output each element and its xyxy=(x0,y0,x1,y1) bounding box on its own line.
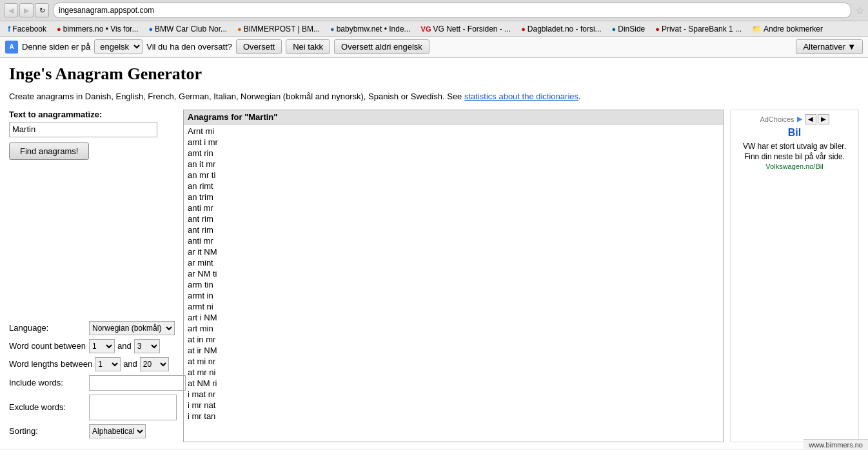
bookmark-bimmers[interactable]: ● bimmers.no • Vis for... xyxy=(53,23,142,35)
list-item: ant rim xyxy=(186,224,720,235)
nav-buttons: ◀ ▶ ↻ xyxy=(4,3,49,17)
word-count-and: and xyxy=(117,341,132,351)
ad-panel: AdChoices ▶ ◀ ▶ Bil VW har et stort utva… xyxy=(730,110,859,442)
bookmark-dagbladet[interactable]: ● Dagbladet.no - forsi... xyxy=(517,23,605,35)
text-label: Text to anagrammatize: xyxy=(9,110,177,119)
ad-link[interactable]: Volkswagen.no/Bil xyxy=(735,162,854,170)
bookmark-label: babybmw.net • Inde... xyxy=(337,24,411,34)
list-item: i mr nat xyxy=(186,400,720,411)
no-thanks-button[interactable]: Nei takk xyxy=(286,39,330,54)
word-lengths-min-select[interactable]: 123 xyxy=(95,357,121,371)
never-translate-button[interactable]: Oversett aldri engelsk xyxy=(334,39,429,54)
bookmark-label: Dagbladet.no - forsi... xyxy=(528,24,602,34)
ad-prev-button[interactable]: ◀ xyxy=(805,114,816,124)
include-words-row: Include words: xyxy=(9,375,177,391)
bookmark-label: VG Nett - Forsiden - ... xyxy=(433,24,511,34)
word-lengths-row: Word lengths between 123 and 102030 xyxy=(9,357,177,371)
list-item: an it mr xyxy=(186,159,720,170)
exclude-words-row: Exclude words: xyxy=(9,395,177,420)
form-panel: Text to anagrammatize: Find anagrams! La… xyxy=(9,110,177,442)
refresh-button[interactable]: ↻ xyxy=(35,3,49,17)
bookmark-dinside[interactable]: ● DinSide xyxy=(608,23,649,35)
results-container: Arnt miamt i mramt rinan it mran mr tian… xyxy=(184,124,723,421)
list-item: at mi nr xyxy=(186,356,720,367)
list-item: an mr ti xyxy=(186,170,720,181)
word-count-min-select[interactable]: 12345 xyxy=(89,339,115,353)
list-item: i mr tan xyxy=(186,411,720,421)
status-bar: www.bimmers.no xyxy=(804,439,868,449)
word-count-row: Word count between 12345 and 12345 xyxy=(9,339,177,353)
dagbladet-icon: ● xyxy=(521,25,526,33)
language-select[interactable]: engelsk xyxy=(94,39,143,54)
ad-choices-label: AdChoices xyxy=(760,115,794,123)
word-count-label: Word count between xyxy=(9,341,86,351)
bookmark-label: bimmers.no • Vis for... xyxy=(63,24,139,34)
bookmark-star-icon[interactable]: ☆ xyxy=(855,5,864,17)
list-item: an trim xyxy=(186,191,720,202)
ad-nav: ◀ ▶ xyxy=(805,114,829,124)
exclude-words-input[interactable] xyxy=(89,395,177,420)
results-list[interactable]: Arnt miamt i mramt rinan it mran mr tian… xyxy=(184,124,723,421)
page-description: Create anagrams in Danish, English, Fren… xyxy=(9,90,859,103)
ad-choices-icon: ▶ xyxy=(797,115,802,123)
sorting-row: Sorting: Alphabetical xyxy=(9,424,177,438)
translation-options[interactable]: Alternativer ▼ xyxy=(796,39,863,54)
word-lengths-max-select[interactable]: 102030 xyxy=(140,357,169,371)
folder-icon: 📁 xyxy=(752,24,762,34)
results-panel: Anagrams for "Martin" Arnt miamt i mramt… xyxy=(183,110,724,442)
exclude-label: Exclude words: xyxy=(9,402,86,412)
word-lengths-and: and xyxy=(123,359,137,369)
bookmark-facebook[interactable]: f Facebook xyxy=(4,23,50,35)
browser-toolbar: ◀ ▶ ↻ ingesanagram.appspot.com ☆ xyxy=(0,0,868,21)
word-count-max-select[interactable]: 12345 xyxy=(134,339,160,353)
list-item: at mr ni xyxy=(186,367,720,378)
results-header: Anagrams for "Martin" xyxy=(184,110,723,124)
list-item: i mat nr xyxy=(186,389,720,400)
back-button[interactable]: ◀ xyxy=(4,3,18,17)
list-item: an rimt xyxy=(186,181,720,191)
options-chevron-icon: ▼ xyxy=(847,42,856,52)
list-item: at ir NM xyxy=(186,345,720,356)
list-item: anti mr xyxy=(186,202,720,213)
list-item: armt in xyxy=(186,290,720,301)
address-bar[interactable]: ingesanagram.appspot.com xyxy=(53,3,851,18)
include-words-input[interactable] xyxy=(89,375,186,391)
translation-bar: A Denne siden er på engelsk Vil du ha de… xyxy=(0,37,868,57)
list-item: armt ni xyxy=(186,301,720,312)
bookmark-label: BMW Car Club Nor... xyxy=(155,24,227,34)
description-text: Create anagrams in Danish, English, Fren… xyxy=(9,92,462,101)
translate-button[interactable]: Oversett xyxy=(236,39,282,54)
list-item: ar mint xyxy=(186,257,720,268)
bookmark-other[interactable]: 📁 Andre bokmerker xyxy=(748,23,827,35)
bookmark-vg[interactable]: VG VG Nett - Forsiden - ... xyxy=(417,23,515,35)
include-label: Include words: xyxy=(9,378,86,387)
ad-title[interactable]: Bil xyxy=(735,127,854,139)
browser-chrome: ◀ ▶ ↻ ingesanagram.appspot.com ☆ f Faceb… xyxy=(0,0,868,58)
find-anagrams-button[interactable]: Find anagrams! xyxy=(9,142,89,160)
forward-button[interactable]: ▶ xyxy=(19,3,34,17)
form-options-section: Language: Norwegian (bokmål) Danish Engl… xyxy=(9,321,177,438)
bookmark-label: Facebook xyxy=(12,24,46,34)
bookmark-bmwcarclub[interactable]: ● BMW Car Club Nor... xyxy=(144,23,231,35)
sparebank-icon: ● xyxy=(655,25,660,33)
anagram-text-input[interactable] xyxy=(9,122,157,137)
word-lengths-label: Word lengths between xyxy=(9,359,92,369)
bookmark-label: Privat - SpareBank 1 ... xyxy=(662,24,742,34)
translation-prefix: Denne siden er på xyxy=(22,42,90,52)
bookmark-bimmerpost[interactable]: ● BIMMERPOST | BM... xyxy=(233,23,324,35)
list-item: anti mr xyxy=(186,235,720,246)
statistics-link[interactable]: statistics about the dictionaries xyxy=(464,92,578,101)
bookmark-sparebank[interactable]: ● Privat - SpareBank 1 ... xyxy=(651,23,745,35)
page-content: Inge's Anagram Generator Create anagrams… xyxy=(0,58,868,449)
translation-question: Vil du ha den oversatt? xyxy=(146,42,232,52)
language-dropdown[interactable]: Norwegian (bokmål) Danish English French… xyxy=(89,321,175,335)
list-item: ar it NM xyxy=(186,246,720,257)
list-item: at in mr xyxy=(186,334,720,345)
bookmark-babybmw[interactable]: ● babybmw.net • Inde... xyxy=(326,23,415,35)
ad-next-button[interactable]: ▶ xyxy=(818,114,829,124)
sorting-dropdown[interactable]: Alphabetical xyxy=(89,424,146,438)
page-title: Inge's Anagram Generator xyxy=(9,64,859,84)
list-item: arm tin xyxy=(186,279,720,290)
ad-header: AdChoices ▶ ◀ ▶ xyxy=(735,114,854,124)
vg-icon: VG xyxy=(421,25,431,33)
